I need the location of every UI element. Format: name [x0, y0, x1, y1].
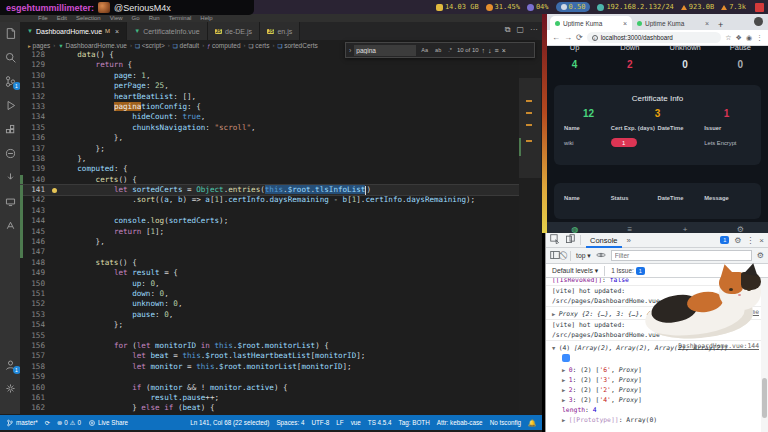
- menu-bar[interactable]: FileEditSelectionViewGoRunTerminalHelp: [0, 14, 542, 22]
- more-tabs-icon[interactable]: »: [627, 236, 631, 245]
- code-line[interactable]: 139 computed: {: [20, 164, 519, 174]
- back-icon[interactable]: ←: [552, 33, 560, 42]
- console-row[interactable]: ▶ 0: (2) ['6', Proxy]: [546, 365, 762, 375]
- browser-tab-close-icon[interactable]: ×: [705, 20, 709, 27]
- forward-icon[interactable]: →: [564, 33, 572, 42]
- test-explorer-icon[interactable]: [4, 146, 17, 159]
- live-expression-eye-icon[interactable]: [596, 250, 606, 262]
- tab-close-icon[interactable]: ×: [115, 28, 119, 35]
- breadcrumb-item[interactable]: ❏ certs: [249, 42, 270, 49]
- issues-counter[interactable]: 1 Issue: 1: [611, 267, 645, 275]
- code-line[interactable]: 152 unknown: 0,: [20, 299, 519, 309]
- store-as-global-icon[interactable]: [562, 354, 570, 362]
- code-line[interactable]: 134 hideCount: true,: [20, 112, 519, 122]
- code-line[interactable]: 160 if (monitor && ! monitor.active) {: [20, 383, 519, 393]
- code-line[interactable]: 141 let sortedCerts = Object.entries(thi…: [20, 185, 519, 195]
- code-line[interactable]: 151 down: 0,: [20, 289, 519, 299]
- find-close-icon[interactable]: ×: [502, 47, 506, 54]
- code-line[interactable]: 142 .sort((a, b) => a[1].certInfo.daysRe…: [20, 195, 519, 205]
- code-line[interactable]: 145 return [1];: [20, 227, 519, 237]
- problems-indicator[interactable]: ⊗ 0 ⚠ 0: [57, 419, 81, 426]
- minimap-slider[interactable]: [519, 78, 541, 178]
- live-share-ext-icon[interactable]: [4, 170, 17, 183]
- nav-list[interactable]: ≡List: [602, 222, 657, 233]
- match-case-icon[interactable]: Aa: [419, 46, 430, 54]
- search-icon[interactable]: [4, 50, 17, 63]
- sync-icon[interactable]: ⟳: [45, 419, 50, 426]
- nav-add[interactable]: +Add: [658, 222, 713, 233]
- context-selector[interactable]: top ▾: [576, 252, 591, 260]
- log-levels-selector[interactable]: Default levels ▾: [552, 267, 598, 275]
- code-line[interactable]: 154 };: [20, 320, 519, 330]
- breadcrumb-item[interactable]: ❏ default: [173, 42, 199, 49]
- source-control-icon[interactable]: 1: [4, 74, 17, 87]
- menu-go[interactable]: Go: [132, 15, 140, 21]
- editor-action-icon-2[interactable]: ···: [530, 25, 538, 35]
- console-row[interactable]: ▶ 1: (2) ['3', Proxy]: [546, 375, 762, 385]
- breadcrumb-item[interactable]: ƒ computed: [207, 42, 240, 49]
- find-input[interactable]: [354, 45, 416, 56]
- browser-tab-close-icon[interactable]: ×: [623, 20, 627, 27]
- console-sidebar-icon[interactable]: [550, 250, 560, 262]
- console-row[interactable]: ▶ 2: (2) ['2', Proxy]: [546, 385, 762, 395]
- console-settings-icon[interactable]: ⚙: [757, 251, 764, 260]
- code-line[interactable]: 161 result.pause++;: [20, 393, 519, 403]
- git-branch-indicator[interactable]: master*: [6, 419, 38, 427]
- breadcrumb-item[interactable]: ❏ sortedCerts: [277, 42, 317, 49]
- menu-help[interactable]: Help: [200, 15, 212, 21]
- find-prev-icon[interactable]: ↑: [482, 47, 486, 54]
- regex-icon[interactable]: .*: [446, 46, 454, 54]
- code-line[interactable]: 137 };: [20, 144, 519, 154]
- source-link[interactable]: client:240: [721, 287, 759, 295]
- status-item-5[interactable]: TS 4.5.4: [368, 419, 392, 426]
- nav-dashboard[interactable]: ◍Dashboard: [547, 222, 602, 233]
- console-messages-badge[interactable]: 1: [720, 236, 729, 244]
- console-row[interactable]: ▼ (4) [Array(2), Array(2), Array(2), Arr…: [546, 343, 762, 353]
- breadcrumb-item[interactable]: ❏ <script>: [135, 42, 165, 49]
- explorer-icon[interactable]: [4, 26, 17, 39]
- code-line[interactable]: 158 let monitor = this.$root.monitorList…: [20, 362, 519, 372]
- console-log-area[interactable]: [[IsRevoked]]: false[vite] hot updated:c…: [546, 278, 762, 432]
- status-item-4[interactable]: vue: [351, 419, 361, 426]
- code-line[interactable]: 162 } else if (beat) {: [20, 403, 519, 413]
- code-line[interactable]: 159: [20, 372, 519, 382]
- menu-selection[interactable]: Selection: [76, 15, 101, 21]
- profile-avatar-icon[interactable]: ◉: [746, 34, 752, 42]
- code-line[interactable]: 138 },: [20, 154, 519, 164]
- status-item-3[interactable]: LF: [336, 419, 343, 426]
- code-line[interactable]: 146 },: [20, 237, 519, 247]
- code-line[interactable]: 130 page: 1,: [20, 71, 519, 81]
- code-line[interactable]: 144 console.log(sortedCerts);: [20, 216, 519, 226]
- code-editor[interactable]: 128 data() {129 return {130 page: 1,131 …: [20, 50, 519, 414]
- console-row[interactable]: ▶ Proxy {2: {…}, 3: {…}, 4: {…}, 6: {…}: [546, 309, 762, 319]
- console-row[interactable]: ▶ 3: (2) ['4', Proxy]: [546, 395, 762, 405]
- devtools-scrollbar[interactable]: [761, 278, 768, 432]
- accounts-icon[interactable]: 1: [4, 358, 17, 371]
- menu-view[interactable]: View: [110, 15, 123, 21]
- status-item-7[interactable]: Attr: kebab-case: [437, 419, 483, 426]
- code-line[interactable]: 149 let result = {: [20, 268, 519, 278]
- browser-menu-icon[interactable]: ⋮: [756, 34, 763, 42]
- device-toolbar-icon[interactable]: [565, 234, 575, 246]
- extensions-puzzle-icon[interactable]: ❖: [736, 34, 742, 42]
- find-in-selection-icon[interactable]: ≡: [495, 47, 499, 54]
- editor-tab[interactable]: ▼DashboardHome.vueM×: [20, 22, 127, 40]
- window-control-icon[interactable]: [754, 17, 763, 26]
- status-item-1[interactable]: Spaces: 4: [276, 419, 304, 426]
- menu-run[interactable]: Run: [149, 15, 160, 21]
- i18n-ally-icon[interactable]: [4, 218, 17, 231]
- notifications-bell-icon[interactable]: 🔔: [528, 419, 536, 427]
- status-item-2[interactable]: UTF-8: [311, 419, 329, 426]
- reload-icon[interactable]: ⟳: [576, 33, 583, 42]
- code-line[interactable]: 156 for (let monitorID in this.$root.mon…: [20, 341, 519, 351]
- code-line[interactable]: 157 let beat = this.$root.lastHeartbeatL…: [20, 351, 519, 361]
- menu-edit[interactable]: Edit: [57, 15, 67, 21]
- code-line[interactable]: 131 perPage: 25,: [20, 81, 519, 91]
- breadcrumb-item[interactable]: ▸ pages: [28, 42, 50, 49]
- console-filter-input[interactable]: [611, 250, 752, 261]
- devtools-close-icon[interactable]: ×: [759, 236, 764, 245]
- status-item-6[interactable]: Tag: BOTH: [399, 419, 430, 426]
- code-line[interactable]: 153 pause: 0,: [20, 310, 519, 320]
- settings-gear-icon[interactable]: [4, 381, 17, 394]
- code-line[interactable]: 147: [20, 247, 519, 257]
